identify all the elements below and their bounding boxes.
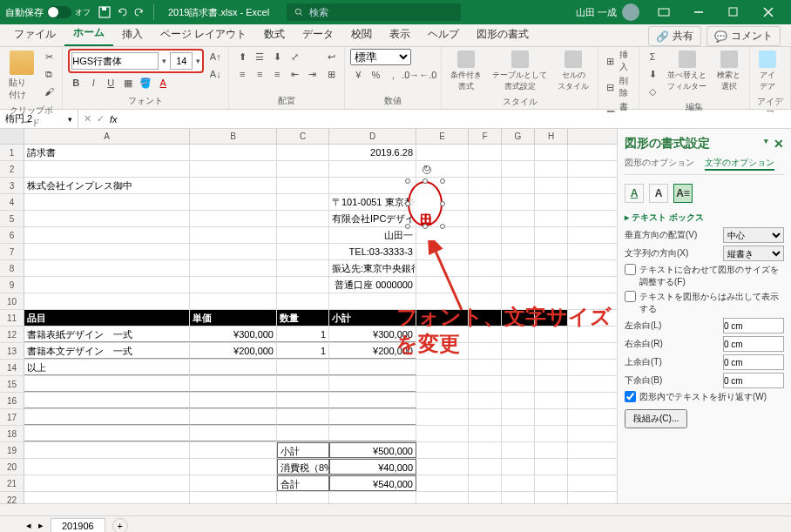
row-header[interactable]: 20	[0, 459, 24, 475]
row-header[interactable]: 10	[0, 293, 24, 309]
cell[interactable]	[535, 475, 568, 491]
name-box[interactable]: 楕円 2▾	[0, 110, 78, 128]
cell[interactable]	[24, 442, 190, 458]
cell[interactable]	[190, 393, 277, 408]
cell[interactable]: 有限会社IPCデザイ	[329, 211, 416, 226]
text-fill-icon[interactable]: A	[625, 184, 644, 203]
cell[interactable]	[535, 426, 568, 441]
cell[interactable]	[416, 360, 469, 375]
column-header[interactable]: B	[190, 129, 277, 144]
horizontal-scrollbar[interactable]	[0, 503, 791, 515]
cell[interactable]	[469, 161, 502, 177]
cell[interactable]	[502, 376, 535, 392]
align-top-icon[interactable]: ⬆	[234, 49, 250, 64]
row-header[interactable]: 13	[0, 343, 24, 359]
row-header[interactable]: 5	[0, 211, 24, 226]
fill-color-icon[interactable]: 🪣	[138, 75, 153, 91]
cell[interactable]: 小計	[277, 442, 329, 458]
cell[interactable]	[535, 178, 568, 193]
cell[interactable]	[502, 145, 535, 160]
cell[interactable]	[469, 244, 502, 259]
column-header[interactable]: G	[502, 129, 535, 144]
row-header[interactable]: 17	[0, 409, 24, 425]
align-bottom-icon[interactable]: ⬇	[269, 49, 285, 64]
conditional-format-button[interactable]: 条件付き 書式	[447, 49, 485, 94]
fx-icon[interactable]: fx	[110, 114, 118, 125]
indent-decrease-icon[interactable]: ⇤	[287, 66, 302, 82]
row-header[interactable]: 11	[0, 310, 24, 326]
cell[interactable]: ¥540,000	[329, 475, 416, 491]
insert-cells-icon[interactable]: ⊞	[604, 53, 617, 69]
cell[interactable]: 〒101-0051 東京都千代田区神田神保	[329, 194, 416, 210]
tab-home[interactable]: ホーム	[64, 22, 113, 46]
cell[interactable]: 1	[277, 327, 329, 342]
tab-pagelayout[interactable]: ページ レイアウト	[152, 24, 255, 46]
cell[interactable]	[329, 426, 416, 441]
margin-right-input[interactable]	[723, 336, 784, 352]
decrease-decimal-icon[interactable]: ←.0	[420, 67, 436, 83]
textdir-select[interactable]: 縦書き	[723, 246, 784, 261]
indent-increase-icon[interactable]: ⇥	[304, 66, 320, 82]
cell[interactable]	[469, 459, 502, 475]
cell[interactable]	[24, 161, 190, 177]
underline-icon[interactable]: U	[103, 75, 118, 91]
cell[interactable]	[535, 244, 568, 259]
cell[interactable]	[502, 459, 535, 475]
cell[interactable]	[329, 492, 416, 503]
column-header[interactable]: E	[416, 129, 469, 144]
text-effects-icon[interactable]: A	[649, 184, 668, 203]
percent-icon[interactable]: %	[368, 67, 383, 83]
cell[interactable]	[329, 376, 416, 392]
chevron-down-icon[interactable]: ▾	[162, 57, 166, 65]
tp-tab-shape[interactable]: 図形のオプション	[625, 157, 694, 171]
cell[interactable]	[502, 178, 535, 193]
cell[interactable]	[190, 145, 277, 160]
row-header[interactable]: 9	[0, 277, 24, 293]
cell[interactable]	[469, 194, 502, 210]
column-header[interactable]: H	[535, 129, 568, 144]
search-box[interactable]: 検索	[287, 3, 461, 21]
cell[interactable]	[277, 161, 329, 177]
cell[interactable]	[329, 409, 416, 425]
cell[interactable]	[535, 194, 568, 210]
cell[interactable]	[469, 145, 502, 160]
cell[interactable]	[277, 211, 329, 226]
cell[interactable]	[24, 426, 190, 441]
sheet-nav-next-icon[interactable]: ▸	[38, 520, 44, 531]
save-icon[interactable]	[98, 5, 112, 19]
cell[interactable]	[535, 442, 568, 458]
textbox-icon[interactable]: A≡	[673, 184, 693, 203]
cell[interactable]	[416, 475, 469, 491]
tab-view[interactable]: 表示	[381, 24, 419, 46]
paste-button[interactable]: 貼り付け	[5, 49, 37, 103]
formula-input[interactable]	[123, 112, 786, 125]
cell[interactable]	[277, 393, 329, 408]
cell[interactable]	[416, 393, 469, 408]
cell[interactable]	[416, 459, 469, 475]
enter-formula-icon[interactable]: ✓	[97, 113, 105, 125]
cell[interactable]: ¥40,000	[329, 459, 416, 475]
cell[interactable]	[277, 360, 329, 375]
cell[interactable]	[502, 161, 535, 177]
cell[interactable]	[277, 376, 329, 392]
autofit-checkbox[interactable]	[625, 264, 636, 275]
cell[interactable]	[24, 260, 190, 276]
cell[interactable]: 振込先:東京中央銀行 神保町支店	[329, 260, 416, 276]
delete-cells-icon[interactable]: ⊟	[604, 79, 617, 95]
cell[interactable]	[190, 426, 277, 441]
cell[interactable]: 書籍本文デザイン 一式	[24, 343, 190, 359]
cell[interactable]	[535, 227, 568, 243]
cell[interactable]	[535, 145, 568, 160]
cell[interactable]	[469, 260, 502, 276]
cell[interactable]	[190, 161, 277, 177]
row-header[interactable]: 1	[0, 145, 24, 160]
cell[interactable]	[502, 360, 535, 375]
cell[interactable]	[24, 393, 190, 408]
cell[interactable]: 1	[277, 343, 329, 359]
redo-icon[interactable]	[132, 5, 146, 19]
cell[interactable]	[469, 376, 502, 392]
cell[interactable]	[502, 409, 535, 425]
cell[interactable]	[24, 293, 190, 309]
number-format-select[interactable]: 標準	[350, 49, 411, 65]
cell[interactable]	[502, 393, 535, 408]
